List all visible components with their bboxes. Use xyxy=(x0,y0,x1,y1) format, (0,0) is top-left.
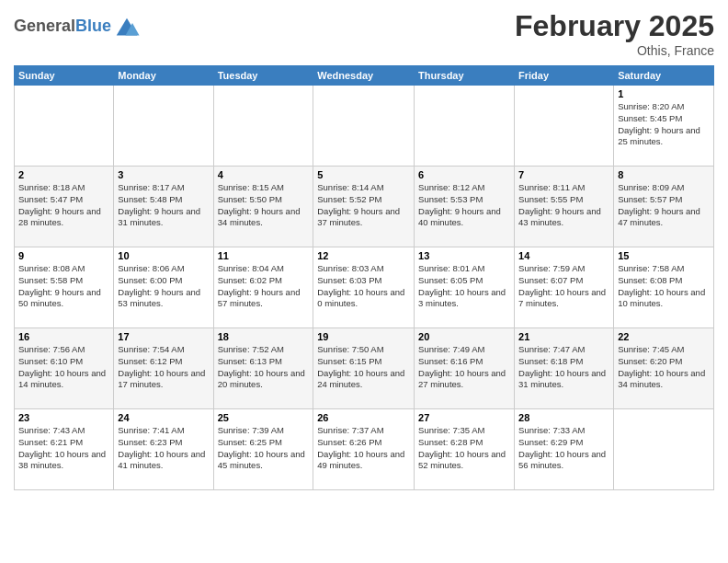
table-row: 9Sunrise: 8:08 AM Sunset: 5:58 PM Daylig… xyxy=(15,247,114,328)
day-number: 21 xyxy=(518,331,609,342)
day-number: 16 xyxy=(18,331,109,342)
day-detail: Sunrise: 7:41 AM Sunset: 6:23 PM Dayligh… xyxy=(118,425,209,472)
day-detail: Sunrise: 8:08 AM Sunset: 5:58 PM Dayligh… xyxy=(18,263,109,310)
table-row: 7Sunrise: 8:11 AM Sunset: 5:55 PM Daylig… xyxy=(515,167,614,247)
table-row: 2Sunrise: 8:18 AM Sunset: 5:47 PM Daylig… xyxy=(15,167,114,247)
table-row: 26Sunrise: 7:37 AM Sunset: 6:26 PM Dayli… xyxy=(313,409,415,490)
calendar-week-1: 1Sunrise: 8:20 AM Sunset: 5:45 PM Daylig… xyxy=(15,86,714,167)
day-detail: Sunrise: 8:18 AM Sunset: 5:47 PM Dayligh… xyxy=(18,182,109,229)
col-sunday: Sunday xyxy=(15,66,114,86)
day-number: 9 xyxy=(18,250,109,261)
location: Othis, France xyxy=(515,43,714,58)
day-number: 22 xyxy=(618,331,710,342)
table-row xyxy=(313,86,415,167)
day-detail: Sunrise: 7:58 AM Sunset: 6:08 PM Dayligh… xyxy=(618,263,710,310)
logo-text: GeneralBlue xyxy=(14,17,111,36)
table-row: 19Sunrise: 7:50 AM Sunset: 6:15 PM Dayli… xyxy=(313,328,415,409)
calendar-week-2: 2Sunrise: 8:18 AM Sunset: 5:47 PM Daylig… xyxy=(15,167,714,247)
table-row: 3Sunrise: 8:17 AM Sunset: 5:48 PM Daylig… xyxy=(114,167,213,247)
day-detail: Sunrise: 7:35 AM Sunset: 6:28 PM Dayligh… xyxy=(418,425,510,472)
table-row: 14Sunrise: 7:59 AM Sunset: 6:07 PM Dayli… xyxy=(515,247,614,328)
table-row: 6Sunrise: 8:12 AM Sunset: 5:53 PM Daylig… xyxy=(415,167,515,247)
day-detail: Sunrise: 8:17 AM Sunset: 5:48 PM Dayligh… xyxy=(118,182,209,229)
table-row xyxy=(213,86,313,167)
day-number: 2 xyxy=(18,169,109,180)
col-saturday: Saturday xyxy=(614,66,714,86)
table-row: 1Sunrise: 8:20 AM Sunset: 5:45 PM Daylig… xyxy=(614,86,714,167)
page: GeneralBlue February 2025 Othis, France … xyxy=(0,0,728,563)
day-number: 12 xyxy=(317,250,410,261)
day-number: 25 xyxy=(218,412,310,423)
table-row: 27Sunrise: 7:35 AM Sunset: 6:28 PM Dayli… xyxy=(415,409,515,490)
logo-icon xyxy=(113,13,141,40)
day-detail: Sunrise: 7:43 AM Sunset: 6:21 PM Dayligh… xyxy=(18,425,109,472)
calendar-week-4: 16Sunrise: 7:56 AM Sunset: 6:10 PM Dayli… xyxy=(15,328,714,409)
table-row: 25Sunrise: 7:39 AM Sunset: 6:25 PM Dayli… xyxy=(213,409,313,490)
table-row: 17Sunrise: 7:54 AM Sunset: 6:12 PM Dayli… xyxy=(114,328,213,409)
day-detail: Sunrise: 7:33 AM Sunset: 6:29 PM Dayligh… xyxy=(518,425,609,472)
table-row xyxy=(15,86,114,167)
day-number: 4 xyxy=(218,169,310,180)
table-row: 5Sunrise: 8:14 AM Sunset: 5:52 PM Daylig… xyxy=(313,167,415,247)
table-row: 11Sunrise: 8:04 AM Sunset: 6:02 PM Dayli… xyxy=(213,247,313,328)
day-detail: Sunrise: 7:59 AM Sunset: 6:07 PM Dayligh… xyxy=(518,263,609,310)
table-row: 16Sunrise: 7:56 AM Sunset: 6:10 PM Dayli… xyxy=(15,328,114,409)
day-number: 6 xyxy=(418,169,510,180)
day-detail: Sunrise: 7:56 AM Sunset: 6:10 PM Dayligh… xyxy=(18,344,109,391)
day-number: 24 xyxy=(118,412,209,423)
day-number: 3 xyxy=(118,169,209,180)
calendar-body: 1Sunrise: 8:20 AM Sunset: 5:45 PM Daylig… xyxy=(15,86,714,490)
day-number: 19 xyxy=(317,331,410,342)
day-detail: Sunrise: 8:01 AM Sunset: 6:05 PM Dayligh… xyxy=(418,263,510,310)
day-number: 26 xyxy=(317,412,410,423)
table-row xyxy=(614,409,714,490)
day-number: 13 xyxy=(418,250,510,261)
day-number: 14 xyxy=(518,250,609,261)
table-row: 8Sunrise: 8:09 AM Sunset: 5:57 PM Daylig… xyxy=(614,167,714,247)
table-row xyxy=(114,86,213,167)
day-detail: Sunrise: 7:50 AM Sunset: 6:15 PM Dayligh… xyxy=(317,344,410,391)
calendar-header-row: Sunday Monday Tuesday Wednesday Thursday… xyxy=(15,66,714,86)
day-number: 7 xyxy=(518,169,609,180)
day-number: 20 xyxy=(418,331,510,342)
day-detail: Sunrise: 8:04 AM Sunset: 6:02 PM Dayligh… xyxy=(218,263,310,310)
header: GeneralBlue February 2025 Othis, France xyxy=(14,9,714,58)
table-row: 20Sunrise: 7:49 AM Sunset: 6:16 PM Dayli… xyxy=(415,328,515,409)
month-title: February 2025 xyxy=(515,9,714,43)
day-number: 28 xyxy=(518,412,609,423)
logo: GeneralBlue xyxy=(14,13,141,40)
day-detail: Sunrise: 8:09 AM Sunset: 5:57 PM Dayligh… xyxy=(618,182,710,229)
col-thursday: Thursday xyxy=(415,66,515,86)
day-number: 5 xyxy=(317,169,410,180)
day-detail: Sunrise: 8:20 AM Sunset: 5:45 PM Dayligh… xyxy=(618,101,710,148)
day-detail: Sunrise: 8:06 AM Sunset: 6:00 PM Dayligh… xyxy=(118,263,209,310)
table-row: 15Sunrise: 7:58 AM Sunset: 6:08 PM Dayli… xyxy=(614,247,714,328)
table-row: 10Sunrise: 8:06 AM Sunset: 6:00 PM Dayli… xyxy=(114,247,213,328)
day-number: 18 xyxy=(218,331,310,342)
day-detail: Sunrise: 7:54 AM Sunset: 6:12 PM Dayligh… xyxy=(118,344,209,391)
day-number: 10 xyxy=(118,250,209,261)
day-detail: Sunrise: 7:37 AM Sunset: 6:26 PM Dayligh… xyxy=(317,425,410,472)
day-detail: Sunrise: 7:52 AM Sunset: 6:13 PM Dayligh… xyxy=(218,344,310,391)
table-row: 18Sunrise: 7:52 AM Sunset: 6:13 PM Dayli… xyxy=(213,328,313,409)
table-row: 4Sunrise: 8:15 AM Sunset: 5:50 PM Daylig… xyxy=(213,167,313,247)
day-detail: Sunrise: 7:39 AM Sunset: 6:25 PM Dayligh… xyxy=(218,425,310,472)
day-detail: Sunrise: 8:14 AM Sunset: 5:52 PM Dayligh… xyxy=(317,182,410,229)
table-row: 12Sunrise: 8:03 AM Sunset: 6:03 PM Dayli… xyxy=(313,247,415,328)
table-row: 23Sunrise: 7:43 AM Sunset: 6:21 PM Dayli… xyxy=(15,409,114,490)
day-number: 27 xyxy=(418,412,510,423)
calendar-week-5: 23Sunrise: 7:43 AM Sunset: 6:21 PM Dayli… xyxy=(15,409,714,490)
day-detail: Sunrise: 8:11 AM Sunset: 5:55 PM Dayligh… xyxy=(518,182,609,229)
table-row xyxy=(415,86,515,167)
day-detail: Sunrise: 7:47 AM Sunset: 6:18 PM Dayligh… xyxy=(518,344,609,391)
col-monday: Monday xyxy=(114,66,213,86)
col-wednesday: Wednesday xyxy=(313,66,415,86)
table-row: 24Sunrise: 7:41 AM Sunset: 6:23 PM Dayli… xyxy=(114,409,213,490)
col-tuesday: Tuesday xyxy=(213,66,313,86)
calendar-week-3: 9Sunrise: 8:08 AM Sunset: 5:58 PM Daylig… xyxy=(15,247,714,328)
table-row: 21Sunrise: 7:47 AM Sunset: 6:18 PM Dayli… xyxy=(515,328,614,409)
table-row: 28Sunrise: 7:33 AM Sunset: 6:29 PM Dayli… xyxy=(515,409,614,490)
table-row xyxy=(515,86,614,167)
table-row: 13Sunrise: 8:01 AM Sunset: 6:05 PM Dayli… xyxy=(415,247,515,328)
day-detail: Sunrise: 8:15 AM Sunset: 5:50 PM Dayligh… xyxy=(218,182,310,229)
